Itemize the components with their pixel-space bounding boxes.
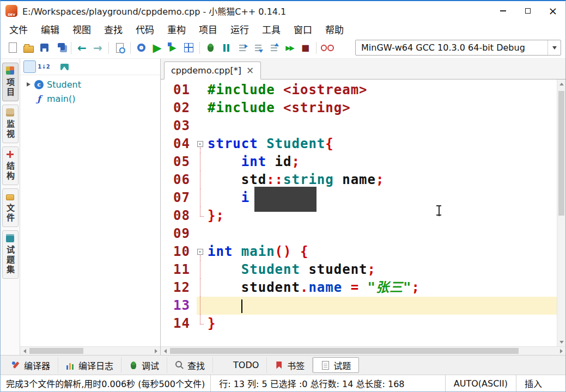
debug-button[interactable]: [203, 40, 218, 56]
scroll-left-button[interactable]: [161, 347, 169, 355]
line-number[interactable]: 02: [161, 99, 197, 117]
code-line-02[interactable]: 02#include <string>: [161, 99, 557, 117]
sort-by-type-button[interactable]: [23, 60, 36, 73]
editor-vscrollbar[interactable]: [557, 79, 565, 346]
new-file-button[interactable]: [5, 40, 21, 56]
problem-options-button[interactable]: [319, 40, 335, 56]
line-number[interactable]: 10: [161, 243, 197, 261]
back-button[interactable]: ←: [74, 40, 90, 56]
menu-item-edit[interactable]: 编辑: [34, 21, 66, 37]
menu-item-run[interactable]: 运行: [224, 21, 255, 37]
menu-item-file[interactable]: 文件: [3, 21, 34, 37]
rebuild-all-button[interactable]: [181, 40, 197, 56]
scroll-down-button[interactable]: [557, 338, 565, 346]
save-button[interactable]: [36, 40, 52, 56]
open-file-button[interactable]: [21, 40, 36, 56]
line-number[interactable]: 12: [161, 279, 197, 297]
code-text[interactable]: }: [204, 315, 557, 333]
forward-button[interactable]: →: [90, 40, 106, 56]
compiler-set-select[interactable]: MinGW-w64 GCC 10.3.0 64-bit Debug: [355, 40, 561, 56]
status-encoding[interactable]: AUTO(ASCII): [445, 375, 516, 391]
editor-tab-cppdemo[interactable]: cppdemo.cpp[*] ×: [164, 62, 261, 79]
code-line-11[interactable]: 11 Student student;: [161, 261, 557, 279]
editor-hscroll-thumb[interactable]: [170, 348, 519, 354]
menu-item-tools[interactable]: 工具: [255, 21, 287, 37]
code-text[interactable]: #include <string>: [204, 99, 557, 117]
tree-item-Student[interactable]: cStudent: [20, 77, 160, 91]
line-number[interactable]: 04: [161, 135, 197, 153]
sidebar-tab-files[interactable]: 文件: [2, 188, 19, 227]
step-into-button[interactable]: [250, 40, 266, 56]
code-line-04[interactable]: 04-struct Student{: [161, 135, 557, 153]
code-line-06[interactable]: 06 std::string name;: [161, 171, 557, 189]
code-line-14[interactable]: 14}: [161, 315, 557, 333]
menu-item-help[interactable]: 帮助: [319, 21, 350, 37]
menu-item-project[interactable]: 项目: [192, 21, 224, 37]
stop-button[interactable]: ■: [297, 40, 313, 56]
editor-hscroll-track[interactable]: [169, 347, 557, 355]
bottom-tab-todo[interactable]: TODO: [213, 357, 267, 373]
compile-button[interactable]: [133, 40, 149, 56]
continue-button[interactable]: ▶▶: [282, 40, 297, 56]
bottom-tab-problem[interactable]: 试题: [313, 357, 359, 373]
line-number[interactable]: 09: [161, 225, 197, 243]
close-button[interactable]: ×: [540, 1, 565, 21]
code-line-03[interactable]: 03: [161, 117, 557, 135]
scroll-up-button[interactable]: [557, 79, 565, 88]
menu-item-refactor[interactable]: 重构: [161, 21, 192, 37]
editor-vscroll-track[interactable]: [557, 88, 565, 338]
line-number[interactable]: 14: [161, 315, 197, 333]
tree-item-main[interactable]: ƒmain(): [20, 91, 160, 106]
bottom-tab-compile-log[interactable]: 编译日志: [58, 357, 121, 373]
chevron-down-icon[interactable]: [547, 40, 561, 55]
sidebar-tab-project[interactable]: 项目: [2, 63, 19, 101]
maximize-button[interactable]: [515, 1, 540, 21]
code-line-01[interactable]: 01#include <iostream>: [161, 81, 557, 99]
line-number[interactable]: 05: [161, 153, 197, 171]
menu-item-view[interactable]: 视图: [66, 21, 98, 37]
code-text[interactable]: student.name = "张三";: [204, 279, 557, 297]
code-text[interactable]: int main() {: [204, 243, 557, 261]
code-line-05[interactable]: 05 int id;: [161, 153, 557, 171]
line-number[interactable]: 08: [161, 207, 197, 225]
line-number[interactable]: 03: [161, 117, 197, 135]
scroll-right-button[interactable]: [151, 347, 160, 355]
code-line-07[interactable]: 07 i: [161, 189, 557, 207]
sort-alphabetically-button[interactable]: 1↓2: [38, 60, 50, 73]
save-all-button[interactable]: [52, 40, 68, 56]
reformat-button[interactable]: [112, 40, 127, 56]
scroll-right-button[interactable]: [557, 347, 565, 355]
left-panel-hscroll-thumb[interactable]: [29, 348, 83, 354]
sidebar-tab-watch[interactable]: 监视: [2, 105, 19, 143]
line-number[interactable]: 13: [161, 297, 197, 315]
code-text[interactable]: int id;: [204, 153, 557, 171]
code-text[interactable]: [204, 117, 557, 135]
bottom-tab-debug[interactable]: 调试: [121, 357, 167, 373]
line-number[interactable]: 06: [161, 171, 197, 189]
line-number[interactable]: 11: [161, 261, 197, 279]
editor-vscroll-thumb[interactable]: [558, 91, 564, 216]
bottom-tab-search[interactable]: 查找: [167, 357, 213, 373]
code-lines[interactable]: 01#include <iostream>02#include <string>…: [161, 79, 557, 346]
menu-item-window[interactable]: 窗口: [287, 21, 319, 37]
menu-item-code[interactable]: 代码: [129, 21, 161, 37]
tab-close-icon[interactable]: ×: [246, 66, 254, 75]
code-line-09[interactable]: 09: [161, 225, 557, 243]
fold-toggle[interactable]: -: [197, 135, 204, 153]
left-panel-hscrollbar[interactable]: [20, 346, 160, 355]
code-line-13[interactable]: 13: [161, 297, 557, 315]
left-panel-hscroll-track[interactable]: [29, 347, 151, 355]
line-number[interactable]: 01: [161, 81, 197, 99]
code-text[interactable]: #include <iostream>: [204, 81, 557, 99]
sidebar-tab-problem-set[interactable]: 试题集: [2, 230, 19, 279]
fold-toggle[interactable]: -: [197, 243, 204, 261]
code-text[interactable]: struct Student{: [204, 135, 557, 153]
code-line-08[interactable]: 08};: [161, 207, 557, 225]
code-text[interactable]: Student student;: [204, 261, 557, 279]
minimize-button[interactable]: [490, 1, 515, 21]
bottom-tab-bookmarks[interactable]: 书签: [267, 357, 313, 373]
pause-button[interactable]: [218, 40, 234, 56]
code-line-12[interactable]: 12 student.name = "张三";: [161, 279, 557, 297]
sidebar-tab-structure[interactable]: 结构: [2, 146, 19, 185]
run-button[interactable]: ▶: [149, 40, 165, 56]
